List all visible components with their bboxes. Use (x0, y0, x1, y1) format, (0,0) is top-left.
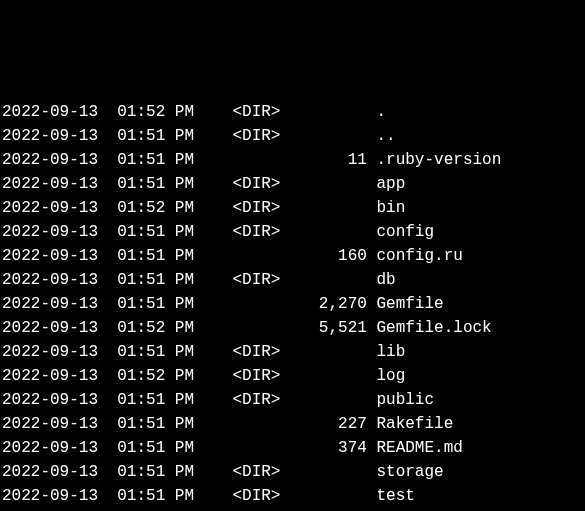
dir-entry-row: 2022-09-13 01:51 PM 2,270 Gemfile (2, 292, 583, 316)
dir-entry-row: 2022-09-13 01:51 PM 374 README.md (2, 436, 583, 460)
dir-entry-row: 2022-09-13 01:51 PM 227 Rakefile (2, 412, 583, 436)
terminal-output: 2022-09-13 01:52 PM <DIR> .2022-09-13 01… (2, 100, 583, 511)
dir-entry-row: 2022-09-13 01:51 PM <DIR> db (2, 268, 583, 292)
dir-entry-row: 2022-09-13 01:51 PM <DIR> storage (2, 460, 583, 484)
dir-entry-row: 2022-09-13 01:51 PM <DIR> public (2, 388, 583, 412)
dir-entry-row: 2022-09-13 01:52 PM 5,521 Gemfile.lock (2, 316, 583, 340)
dir-entry-row: 2022-09-13 01:51 PM 11 .ruby-version (2, 148, 583, 172)
dir-entry-row: 2022-09-13 01:52 PM <DIR> bin (2, 196, 583, 220)
dir-entry-row: 2022-09-13 01:51 PM <DIR> lib (2, 340, 583, 364)
dir-entry-row: 2022-09-13 01:52 PM <DIR> . (2, 100, 583, 124)
dir-entry-row: 2022-09-13 01:51 PM <DIR> .. (2, 124, 583, 148)
dir-entry-row: 2022-09-13 01:51 PM <DIR> test (2, 484, 583, 508)
dir-entry-row: 2022-09-13 01:51 PM <DIR> config (2, 220, 583, 244)
dir-entry-row: 2022-09-13 01:51 PM <DIR> app (2, 172, 583, 196)
dir-entry-row: 2022-09-13 01:52 PM <DIR> log (2, 364, 583, 388)
dir-entry-row: 2022-09-13 01:51 PM 160 config.ru (2, 244, 583, 268)
